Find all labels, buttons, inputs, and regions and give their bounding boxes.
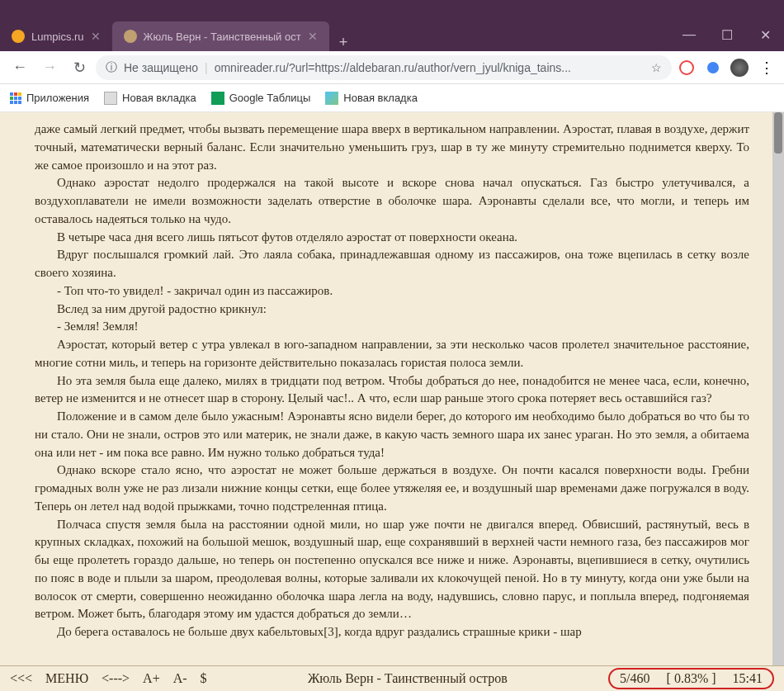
opera-icon <box>679 60 694 75</box>
paragraph: Вдруг послышался громкий лай. Это лаяла … <box>35 246 749 282</box>
bookmarks-bar: Приложения Новая вкладка Google Таблицы … <box>0 84 784 112</box>
tab-label: Lumpics.ru <box>31 31 84 43</box>
bookmark-newtab2[interactable]: Новая вкладка <box>325 92 418 105</box>
progress-percent: [ 0.83% ] <box>667 671 716 686</box>
book-title: Жюль Верн - Таинственный остров <box>220 671 596 686</box>
reader-toolbar: <<< МЕНЮ <---> A+ A- $ Жюль Верн - Таинс… <box>0 665 784 691</box>
paragraph: Полчаса спустя земля была на расстоянии … <box>35 516 749 624</box>
font-increase-button[interactable]: A+ <box>143 671 160 686</box>
clock: 15:41 <box>733 671 763 686</box>
url-box[interactable]: ⓘ Не защищено | omnireader.ru/?url=https… <box>96 55 672 80</box>
info-icon[interactable]: ⓘ <box>106 60 117 75</box>
minimize-button[interactable]: — <box>670 18 708 51</box>
extension-opera[interactable] <box>675 56 698 79</box>
bookmark-apps[interactable]: Приложения <box>10 92 89 104</box>
bookmark-sheets[interactable]: Google Таблицы <box>211 92 311 105</box>
paragraph: Но эта земля была еще далеко, милях в тр… <box>35 372 749 409</box>
favicon-icon <box>12 30 25 43</box>
paragraph: Однако вскоре стало ясно, что аэростат н… <box>35 461 749 515</box>
maximize-button[interactable]: ☐ <box>708 18 746 51</box>
menu-button[interactable]: ⋮ <box>754 56 777 79</box>
paragraph: даже самый легкий предмет, чтобы вызвать… <box>35 121 749 174</box>
reload-button[interactable]: ↻ <box>66 54 92 81</box>
prev-page-button[interactable]: <<< <box>10 671 32 686</box>
bookmark-label: Новая вкладка <box>122 92 196 104</box>
paragraph: В четыре часа дня всего лишь пятьсот фут… <box>35 229 749 247</box>
avatar-icon <box>730 59 749 77</box>
close-icon[interactable]: ✕ <box>308 30 318 43</box>
blue-dot-icon <box>707 62 719 73</box>
tab-active[interactable]: Жюль Верн - Таинственный ост ✕ <box>112 21 329 51</box>
window-controls: — ☐ ✕ <box>670 18 784 51</box>
favicon-icon <box>124 30 137 43</box>
bookmark-label: Приложения <box>26 92 89 104</box>
url-text: omnireader.ru/?url=https://aldebaran.ru/… <box>215 61 645 74</box>
browser-titlebar: Lumpics.ru ✕ Жюль Верн - Таинственный ос… <box>0 0 784 51</box>
next-page-button[interactable]: <---> <box>102 671 130 686</box>
reader-stats: 5/460 [ 0.83% ] 15:41 <box>608 668 774 689</box>
paragraph: Положение и в самом деле было ужасным! А… <box>35 408 749 461</box>
menu-button[interactable]: МЕНЮ <box>45 671 88 686</box>
reader-content: даже самый легкий предмет, чтобы вызвать… <box>0 112 784 665</box>
star-icon[interactable]: ☆ <box>651 61 662 74</box>
bookmark-newtab1[interactable]: Новая вкладка <box>104 92 196 105</box>
profile-avatar[interactable] <box>728 56 751 79</box>
bookmark-label: Новая вкладка <box>343 92 418 104</box>
forward-button[interactable]: → <box>36 54 63 81</box>
page-counter: 5/460 <box>620 671 649 686</box>
font-decrease-button[interactable]: A- <box>173 671 187 686</box>
document-icon <box>104 92 117 105</box>
paragraph: Вслед за ним другой радостно крикнул: <box>35 301 749 319</box>
new-tab-button[interactable]: + <box>329 34 358 51</box>
apps-icon <box>10 92 21 104</box>
address-bar: ← → ↻ ⓘ Не защищено | omnireader.ru/?url… <box>0 51 784 84</box>
tab-label: Жюль Верн - Таинственный ост <box>144 31 301 43</box>
extension-dot[interactable] <box>701 56 725 79</box>
picture-icon <box>325 92 338 105</box>
paragraph: - Топ что-то увидел! - закричал один из … <box>35 282 749 301</box>
paragraph: Аэростат, который ветер с утра увлекал в… <box>35 336 749 372</box>
close-button[interactable]: ✕ <box>746 18 784 51</box>
style-button[interactable]: $ <box>201 671 207 686</box>
paragraph: - Земля! Земля! <box>35 318 749 336</box>
bookmark-label: Google Таблицы <box>229 92 311 104</box>
sheets-icon <box>211 92 224 105</box>
paragraph: До берега оставалось не больше двух кабе… <box>35 623 749 641</box>
tab-inactive[interactable]: Lumpics.ru ✕ <box>0 21 112 51</box>
close-icon[interactable]: ✕ <box>91 30 101 43</box>
back-button[interactable]: ← <box>7 54 33 81</box>
paragraph: Однако аэростат недолго продержался на т… <box>35 174 749 228</box>
security-label: Не защищено <box>124 61 198 74</box>
